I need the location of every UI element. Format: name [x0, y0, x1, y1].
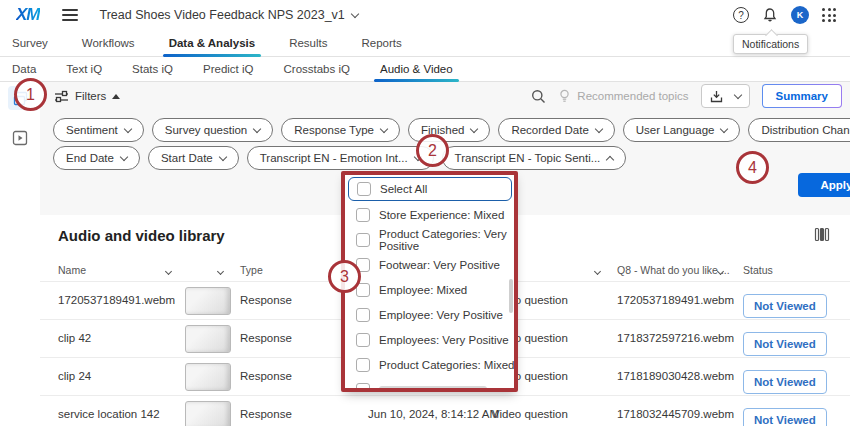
tab-crosstabs-iq[interactable]: Crosstabs iQ: [284, 57, 350, 81]
user-avatar[interactable]: K: [791, 6, 809, 24]
column-sort-chevron[interactable]: [218, 264, 223, 276]
primary-nav: Survey Workflows Data & Analysis Results…: [0, 30, 850, 57]
export-download-icon: [710, 90, 723, 103]
recommended-topics-button[interactable]: Recommended topics: [558, 89, 688, 103]
video-thumbnail[interactable]: [185, 401, 231, 426]
notifications-bell-icon[interactable]: [762, 7, 778, 23]
column-header-status[interactable]: Status: [743, 264, 773, 276]
status-badge: Not Viewed: [743, 294, 827, 318]
apply-button[interactable]: Apply: [798, 173, 850, 197]
filter-chip-distribution-channel[interactable]: Distribution Channel: [748, 118, 850, 142]
lightbulb-icon: [558, 89, 571, 103]
search-icon[interactable]: [531, 89, 546, 104]
help-icon[interactable]: ?: [733, 7, 749, 23]
tab-text-iq[interactable]: Text iQ: [66, 57, 102, 81]
apps-grid-icon[interactable]: [822, 8, 836, 22]
tab-results[interactable]: Results: [289, 30, 327, 56]
cell-q8: 1718189030428.webm: [617, 370, 734, 382]
cell-type: Response: [240, 332, 292, 344]
table-row[interactable]: service location 142 Response Jun 10, 20…: [40, 395, 850, 426]
filter-chips-row-2: End Date Start Date Transcript EN - Emot…: [53, 146, 626, 170]
status-badge: Not Viewed: [743, 332, 827, 356]
status-badge: Not Viewed: [743, 408, 827, 426]
column-sort-chevron[interactable]: [166, 264, 171, 276]
notifications-tooltip: Notifications: [733, 34, 808, 54]
filter-chip-recorded-date[interactable]: Recorded Date: [498, 118, 614, 142]
cell-recorded-date: Jun 10, 2024, 8:14:12 AM: [368, 408, 499, 420]
annotation-rectangle-3: [341, 171, 518, 392]
tab-data-analysis[interactable]: Data & Analysis: [169, 30, 256, 56]
caret-up-icon: [112, 94, 120, 99]
filter-chip-survey-question[interactable]: Survey question: [152, 118, 273, 142]
column-sort-chevron[interactable]: [595, 264, 600, 276]
summary-label: Summary: [776, 90, 828, 102]
annotation-circle-1: 1: [14, 78, 47, 111]
sidebar-item-video-player[interactable]: [10, 128, 30, 148]
filter-chip-sentiment[interactable]: Sentiment: [53, 118, 144, 142]
recommended-topics-label: Recommended topics: [577, 90, 688, 102]
tab-predict-iq[interactable]: Predict iQ: [203, 57, 254, 81]
cell-type: Response: [240, 408, 292, 420]
cell-type: Response: [240, 370, 292, 382]
project-title-menu[interactable]: Tread Shoes Video Feedback NPS 2023_v1: [100, 8, 358, 22]
cell-q8: 1720537189491.webm: [617, 294, 734, 306]
tab-workflows[interactable]: Workflows: [82, 30, 135, 56]
library-title: Audio and video library: [58, 227, 225, 244]
chevron-down-icon: [351, 9, 359, 17]
column-header-type[interactable]: Type: [240, 264, 263, 276]
tab-stats-iq[interactable]: Stats iQ: [132, 57, 173, 81]
top-bar: XM Tread Shoes Video Feedback NPS 2023_v…: [0, 0, 850, 30]
filter-chip-response-type[interactable]: Response Type: [281, 118, 400, 142]
video-thumbnail[interactable]: [185, 325, 231, 353]
chevron-down-icon: [733, 91, 741, 99]
cell-source: Video question: [492, 408, 568, 420]
status-badge: Not Viewed: [743, 370, 827, 394]
filter-chips-row-1: Sentiment Survey question Response Type …: [53, 118, 850, 142]
filter-chip-user-language[interactable]: User Language: [623, 118, 741, 142]
filter-chip-transcript-emotion[interactable]: Transcript EN - Emotion Int...: [247, 146, 434, 170]
manage-columns-icon[interactable]: [814, 227, 830, 242]
secondary-nav: Data Text iQ Stats iQ Predict iQ Crossta…: [0, 57, 850, 82]
tab-survey[interactable]: Survey: [12, 30, 48, 56]
left-sidebar: [0, 82, 40, 426]
filters-sliders-icon: [54, 90, 69, 103]
app-window: XM Tread Shoes Video Feedback NPS 2023_v…: [0, 0, 850, 426]
video-thumbnail[interactable]: [185, 363, 231, 391]
cell-q8: 1718032445709.webm: [617, 408, 734, 420]
video-thumbnail[interactable]: [185, 287, 231, 315]
hamburger-menu-icon[interactable]: [62, 6, 78, 24]
filters-label: Filters: [75, 90, 106, 102]
cell-type: Response: [240, 294, 292, 306]
summary-button[interactable]: Summary: [762, 84, 842, 108]
project-title: Tread Shoes Video Feedback NPS 2023_v1: [100, 8, 345, 22]
annotation-circle-2: 2: [416, 134, 449, 167]
tab-reports[interactable]: Reports: [361, 30, 401, 56]
tab-audio-video[interactable]: Audio & Video: [380, 57, 453, 81]
filter-chip-start-date[interactable]: Start Date: [148, 146, 239, 170]
annotation-circle-3: 3: [328, 260, 361, 293]
video-play-icon: [12, 130, 28, 146]
annotation-circle-4: 4: [736, 151, 769, 184]
filter-chip-transcript-topic-sentiment[interactable]: Transcript EN - Topic Senti...: [442, 146, 627, 170]
cell-name: clip 24: [58, 370, 91, 382]
filter-chip-end-date[interactable]: End Date: [53, 146, 140, 170]
cell-name: service location 142: [58, 408, 160, 420]
xm-logo: XM: [16, 5, 40, 25]
column-header-q8[interactable]: Q8 - What do you like ...: [617, 264, 730, 276]
cell-q8: 1718372597216.webm: [617, 332, 734, 344]
export-button[interactable]: [701, 84, 750, 108]
cell-name: clip 42: [58, 332, 91, 344]
cell-name: 1720537189491.webm: [58, 294, 175, 306]
column-sort-chevron[interactable]: [718, 264, 723, 276]
filters-toggle-button[interactable]: Filters: [54, 90, 120, 103]
column-header-name[interactable]: Name: [58, 264, 86, 276]
